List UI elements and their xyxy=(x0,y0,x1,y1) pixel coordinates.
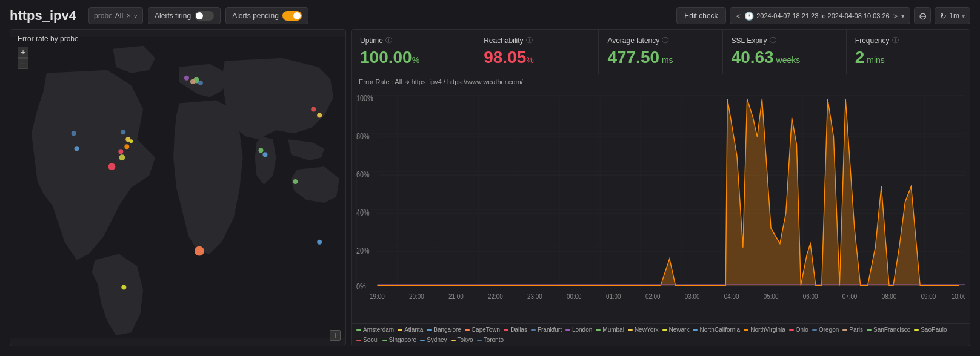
legend-item: SaoPaulo xyxy=(914,326,947,333)
world-map xyxy=(10,30,345,346)
alerts-firing-toggle[interactable] xyxy=(195,11,214,21)
prev-time-button[interactable]: < xyxy=(735,12,742,21)
metric-latency-unit: ms xyxy=(659,55,673,65)
chevron-down-icon[interactable]: ▾ xyxy=(901,12,905,20)
legend-color-dot xyxy=(477,340,482,341)
metric-frequency-info-icon[interactable]: ⓘ xyxy=(892,36,899,45)
svg-point-13 xyxy=(311,107,316,111)
svg-text:20:00: 20:00 xyxy=(409,292,424,300)
svg-point-2 xyxy=(119,154,125,160)
chart-area: Error Rate : All ➜ https_ipv4 / https://… xyxy=(351,74,970,346)
map-zoom-in-button[interactable]: + xyxy=(18,47,28,58)
metric-uptime-unit: % xyxy=(412,55,419,65)
legend-color-dot xyxy=(398,329,402,331)
legend-item: NorthCalifornia xyxy=(693,326,740,333)
metric-uptime-info-icon[interactable]: ⓘ xyxy=(385,36,392,45)
svg-text:07:00: 07:00 xyxy=(842,292,858,300)
alerts-pending-toggle[interactable] xyxy=(282,11,302,21)
legend-label: London xyxy=(572,326,592,333)
legend-label: Oregon xyxy=(819,326,839,333)
metric-reachability-info-icon[interactable]: ⓘ xyxy=(526,36,533,45)
svg-text:22:00: 22:00 xyxy=(488,292,503,300)
svg-point-19 xyxy=(75,146,79,151)
legend-color-dot xyxy=(789,329,794,331)
metric-reachability-label: Reachability xyxy=(484,36,523,45)
legend-label: Bangalore xyxy=(433,326,461,333)
map-zoom-out-button[interactable]: − xyxy=(18,58,28,69)
probe-filter-dropdown[interactable]: ∨ xyxy=(133,13,138,19)
page-title: https_ipv4 xyxy=(10,8,76,24)
legend-color-dot xyxy=(693,329,698,331)
legend-label: Amsterdam xyxy=(363,326,394,333)
zoom-out-button[interactable]: ⊖ xyxy=(914,7,931,24)
legend-item: Dallas xyxy=(504,326,527,333)
alerts-firing-label: Alerts firing xyxy=(155,12,191,20)
metric-latency-header: Average latency ⓘ xyxy=(607,36,713,45)
metric-uptime-value: 100.00% xyxy=(360,47,466,68)
svg-point-17 xyxy=(72,131,76,136)
alerts-pending-label: Alerts pending xyxy=(232,12,279,20)
edit-check-button[interactable]: Edit check xyxy=(676,7,725,24)
refresh-dropdown-icon: ▾ xyxy=(962,13,965,19)
legend-item: Amsterdam xyxy=(356,326,394,333)
svg-point-3 xyxy=(262,152,267,157)
legend-color-dot xyxy=(531,329,536,331)
map-panel: Error rate by probe + − xyxy=(10,29,346,346)
svg-text:05:00: 05:00 xyxy=(764,292,779,300)
metric-reachability: Reachability ⓘ 98.05% xyxy=(475,30,599,74)
svg-text:09:00: 09:00 xyxy=(921,292,936,300)
metric-ssl: SSL Expiry ⓘ 40.63 weeks xyxy=(723,30,847,74)
metric-frequency: Frequency ⓘ 2 mins xyxy=(847,30,970,74)
svg-point-6 xyxy=(198,81,203,85)
refresh-button[interactable]: ↻ 1m ▾ xyxy=(935,7,970,24)
header: https_ipv4 probe All × ∨ Alerts firing A… xyxy=(0,0,980,29)
right-panel: Uptime ⓘ 100.00% Reachability ⓘ 98.05% A xyxy=(351,29,970,346)
legend-item: SanFrancisco xyxy=(867,326,910,333)
svg-point-20 xyxy=(118,149,123,154)
svg-text:00:00: 00:00 xyxy=(567,292,582,300)
probe-filter[interactable]: probe All × ∨ xyxy=(88,7,143,24)
legend-label: Toronto xyxy=(484,337,504,343)
clock-icon: 🕐 xyxy=(744,12,754,21)
metric-reachability-value: 98.05% xyxy=(484,47,590,68)
legend-item: Toronto xyxy=(477,337,504,343)
legend-label: Singapore xyxy=(389,337,417,343)
legend-color-dot xyxy=(867,329,872,331)
legend-label: Ohio xyxy=(796,326,808,333)
svg-text:23:00: 23:00 xyxy=(527,292,542,300)
metric-latency: Average latency ⓘ 477.50 ms xyxy=(599,30,722,74)
legend-item: Singapore xyxy=(382,337,417,343)
svg-point-18 xyxy=(124,144,129,149)
svg-text:20%: 20% xyxy=(356,246,370,255)
legend-item: CapeTown xyxy=(465,326,500,333)
legend-label: Dallas xyxy=(510,326,527,333)
legend-color-dot xyxy=(427,329,432,331)
legend-item: Paris xyxy=(842,326,863,333)
legend-color-dot xyxy=(914,329,919,331)
legend-label: NewYork xyxy=(635,326,659,333)
legend-label: Seoul xyxy=(363,337,379,343)
svg-point-8 xyxy=(259,148,264,153)
refresh-interval: 1m xyxy=(949,12,959,20)
probe-filter-value: All xyxy=(115,12,123,20)
svg-text:03:00: 03:00 xyxy=(685,292,700,300)
legend-color-dot xyxy=(451,340,456,341)
metrics-row: Uptime ⓘ 100.00% Reachability ⓘ 98.05% A xyxy=(351,29,970,74)
legend-color-dot xyxy=(465,329,470,331)
metric-ssl-unit: weeks xyxy=(774,55,801,65)
svg-text:21:00: 21:00 xyxy=(448,292,464,300)
legend-color-dot xyxy=(842,329,847,331)
legend-item: Bangalore xyxy=(427,326,461,333)
legend-label: SaoPaulo xyxy=(921,326,947,333)
legend-label: CapeTown xyxy=(472,326,500,333)
next-time-button[interactable]: > xyxy=(892,12,899,21)
probe-filter-close[interactable]: × xyxy=(127,12,131,20)
map-info-button[interactable]: i xyxy=(330,330,341,341)
svg-text:0%: 0% xyxy=(356,282,366,291)
metric-ssl-info-icon[interactable]: ⓘ xyxy=(770,36,776,45)
legend-item: Mumbai xyxy=(596,326,624,333)
legend-color-dot xyxy=(628,329,633,331)
legend-color-dot xyxy=(504,329,508,331)
metric-latency-info-icon[interactable]: ⓘ xyxy=(662,36,668,45)
legend-label: Frankfurt xyxy=(538,326,562,333)
